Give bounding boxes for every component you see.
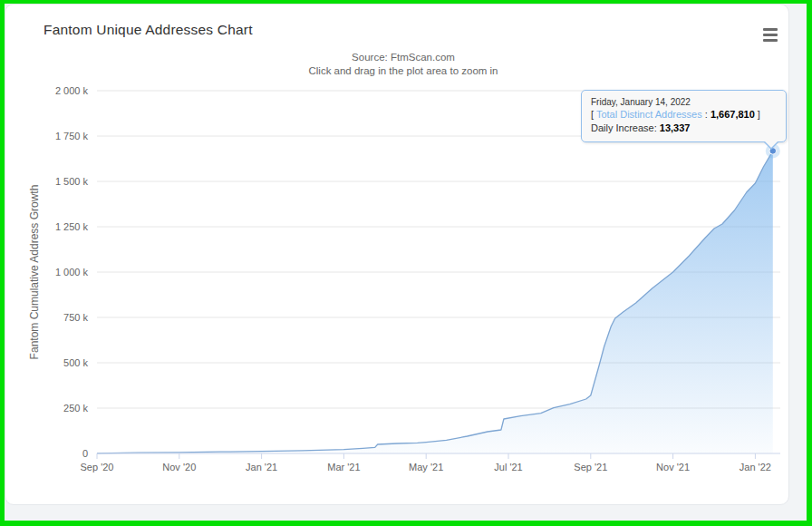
- y-tick-label: 1 500 k: [55, 176, 89, 187]
- plot-area[interactable]: [97, 91, 780, 453]
- chart-canvas: 0250 k500 k750 k1 000 k1 250 k1 500 k1 7…: [0, 0, 812, 526]
- y-tick-label: 250 k: [63, 403, 88, 414]
- y-tick-label: 1 750 k: [55, 131, 89, 141]
- y-tick-label: 750 k: [63, 312, 88, 323]
- tooltip-daily-line: Daily Increase: 13,337: [591, 122, 777, 135]
- tooltip-series-name: Total Distinct Addresses: [596, 109, 702, 120]
- x-tick-label: Nov '20: [162, 462, 196, 472]
- y-axis-title: Fantom Cumulative Address Growth: [28, 185, 41, 360]
- y-tick-label: 0: [82, 448, 88, 459]
- tooltip-total-line: [ Total Distinct Addresses : 1,667,810 ]: [591, 108, 777, 122]
- x-tick-label: Nov '21: [656, 462, 690, 472]
- chart-tooltip: Friday, January 14, 2022 [ Total Distinc…: [581, 90, 787, 142]
- y-tick-label: 1 000 k: [55, 267, 89, 278]
- y-tick-label: 1 250 k: [55, 221, 89, 232]
- x-tick-label: Sep '21: [574, 462, 607, 472]
- y-tick-label: 500 k: [63, 357, 88, 368]
- tooltip-date: Friday, January 14, 2022: [591, 96, 777, 108]
- tooltip-total-value: 1,667,810: [710, 109, 755, 120]
- y-tick-label: 2 000 k: [55, 85, 89, 96]
- x-tick-label: Jan '22: [740, 462, 771, 472]
- x-tick-label: Mar '21: [327, 462, 360, 472]
- x-tick-label: Jan '21: [246, 462, 277, 472]
- screenshot-root: { "page": { "frame_color": "#03df03", "c…: [0, 0, 812, 526]
- x-tick-label: May '21: [409, 462, 443, 472]
- x-tick-label: Jul '21: [494, 462, 522, 472]
- x-tick-label: Sep '20: [81, 462, 114, 472]
- tooltip-daily-value: 13,337: [660, 122, 691, 133]
